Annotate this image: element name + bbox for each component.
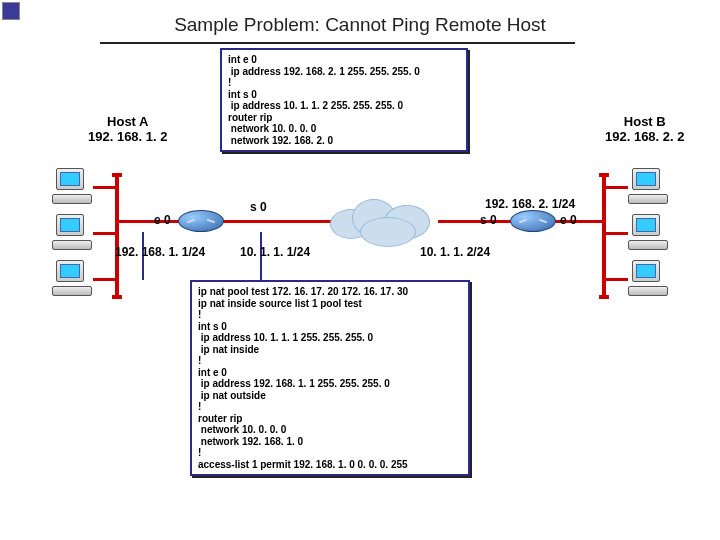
bus-stub — [93, 232, 115, 235]
bus-stub — [606, 278, 628, 281]
bus-stub — [93, 186, 115, 189]
router-right-icon — [510, 210, 556, 232]
pc-icon — [52, 214, 92, 250]
right-e0-net: 192. 168. 2. 1/24 — [485, 197, 575, 211]
pc-icon — [52, 168, 92, 204]
left-router-e0-label: e 0 — [154, 213, 171, 227]
host-a-name: Host A — [107, 114, 148, 129]
pc-icon — [628, 214, 668, 250]
wan-link-right — [438, 220, 513, 223]
pc-icon — [628, 168, 668, 204]
right-router-s0-label: s 0 — [480, 213, 497, 227]
host-a-ip: 192. 168. 1. 2 — [88, 129, 168, 144]
host-b-label: Host B 192. 168. 2. 2 — [605, 115, 685, 145]
host-b-ip: 192. 168. 2. 2 — [605, 129, 685, 144]
router-right-config: int e 0 ip address 192. 168. 2. 1 255. 2… — [220, 48, 468, 152]
bus-cap — [599, 295, 609, 299]
router-left-config: ip nat pool test 172. 16. 17. 20 172. 16… — [190, 280, 470, 476]
host-a-label: Host A 192. 168. 1. 2 — [88, 115, 168, 145]
page-title: Sample Problem: Cannot Ping Remote Host — [0, 14, 720, 36]
router-left-icon — [178, 210, 224, 232]
wan-cloud-icon — [330, 195, 445, 250]
left-s0-net: 10. 1. 1. 1/24 — [240, 245, 310, 259]
right-router-e0-label: e 0 — [560, 213, 577, 227]
lan-bus-right — [602, 175, 606, 295]
bus-stub — [93, 278, 115, 281]
wan-link-left — [222, 220, 337, 223]
pc-icon — [628, 260, 668, 296]
title-underline — [100, 42, 575, 44]
pc-icon — [52, 260, 92, 296]
lan-bus-left — [115, 175, 119, 295]
bus-stub — [606, 186, 628, 189]
bus-cap — [112, 295, 122, 299]
host-b-name: Host B — [624, 114, 666, 129]
bus-stub — [606, 232, 628, 235]
left-router-s0-label: s 0 — [250, 200, 267, 214]
left-e0-net: 192. 168. 1. 1/24 — [115, 245, 205, 259]
right-s0-net: 10. 1. 1. 2/24 — [420, 245, 490, 259]
